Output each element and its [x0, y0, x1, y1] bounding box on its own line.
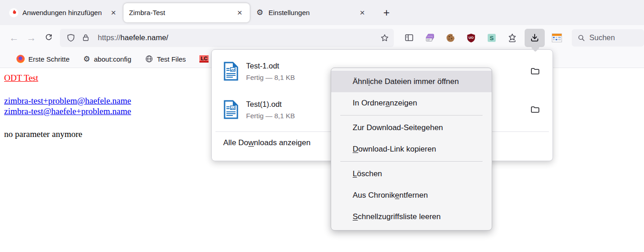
gear-icon: ⚙	[255, 8, 264, 17]
search-placeholder: Suchen	[590, 33, 615, 42]
new-tab-button[interactable]: +	[379, 5, 394, 21]
lock-icon[interactable]	[81, 33, 90, 42]
libreoffice-writer-icon	[223, 62, 239, 81]
bookmark-label: about:config	[94, 55, 131, 63]
menu-separator	[340, 115, 483, 116]
footer-text: nloads anzeigen	[254, 138, 311, 147]
download-filename: Test(1).odt	[246, 100, 295, 109]
menu-accesskey: e	[395, 191, 399, 200]
open-folder-icon[interactable]	[528, 102, 542, 117]
menu-item-copy-download-link[interactable]: Download-Link kopieren	[331, 138, 492, 160]
menu-item-go-to-download-page[interactable]: Zur Download-Seite gehen	[331, 117, 492, 138]
svg-text:S: S	[489, 34, 494, 41]
menu-item-show-in-folder[interactable]: In Ordner anzeigen	[331, 92, 492, 114]
ublock-origin-icon[interactable]: UO	[463, 30, 479, 46]
download-status: Fertig — 8,1 KB	[246, 74, 295, 81]
menu-text: ownload-Link kopieren	[358, 145, 436, 154]
navigation-toolbar: ← → https://haefele.name/	[0, 25, 644, 50]
tab-label: Einstellungen	[268, 9, 310, 16]
menu-text: nzeigen	[390, 99, 417, 108]
menu-accesskey: g	[421, 123, 425, 132]
search-input[interactable]: Suchen	[572, 29, 644, 47]
download-filename: Test-1.odt	[246, 62, 295, 70]
forward-button[interactable]: →	[23, 30, 40, 46]
menu-item-clear-quick-access-list[interactable]: Schnellzugriffsliste leeren	[331, 206, 492, 227]
tab-manager-extension-icon[interactable]	[422, 30, 438, 46]
menu-item-delete[interactable]: Löschen	[331, 163, 492, 184]
bookmark-label: Test Files	[157, 55, 186, 63]
svg-text:UO: UO	[468, 36, 473, 40]
close-tab-icon[interactable]: ×	[108, 7, 119, 18]
tab-anwendungen[interactable]: Anwendungen hinzufügen ×	[4, 3, 123, 22]
bookmark-star-icon[interactable]	[380, 33, 389, 42]
tab-bar: Anwendungen hinzufügen × Zimbra-Test × ⚙…	[0, 0, 644, 25]
shield-icon[interactable]	[66, 33, 75, 42]
bookmark-label: Erste Schritte	[28, 55, 70, 63]
close-tab-icon[interactable]: ×	[234, 7, 245, 18]
table-extension-icon[interactable]	[549, 30, 565, 46]
gear-icon: ⚙	[83, 55, 90, 63]
search-icon	[577, 34, 585, 42]
menu-text: Aus Chronik	[353, 191, 395, 200]
cookie-extension-icon[interactable]	[442, 30, 459, 46]
tab-zimbra-test[interactable]: Zimbra-Test ×	[123, 3, 250, 22]
menu-text: che Dateien immer öffnen	[370, 77, 459, 86]
sidebar-icon[interactable]	[401, 30, 418, 46]
back-button[interactable]: ←	[5, 30, 23, 46]
menu-item-always-open-similar[interactable]: Ähnliche Dateien immer öffnen	[331, 71, 492, 92]
open-folder-icon[interactable]	[528, 64, 542, 79]
menu-text: öschen	[357, 169, 382, 178]
menu-text: Zur Download-Seite	[353, 123, 421, 132]
bookmark-test-files[interactable]: Test Files	[145, 55, 186, 63]
url-host: haefele.name/	[120, 33, 168, 42]
flame-favicon-icon	[9, 8, 18, 17]
url-scheme: https://	[98, 33, 121, 42]
menu-text: Ähnl	[353, 77, 368, 86]
download-info: Test-1.odt Fertig — 8,1 KB	[246, 62, 295, 81]
footer-text: Alle Do	[223, 138, 248, 147]
download-info: Test(1).odt Fertig — 8,1 KB	[246, 100, 295, 120]
menu-accesskey: S	[353, 212, 358, 221]
footer-accesskey: w	[248, 138, 254, 147]
menu-accesskey: a	[386, 99, 390, 108]
globe-icon	[145, 55, 153, 63]
toolbar-icons: UO S	[401, 29, 565, 47]
menu-separator	[340, 161, 483, 162]
star-tray-icon[interactable]	[504, 30, 521, 46]
menu-text: In Ordner	[353, 99, 386, 108]
close-tab-icon[interactable]: ×	[357, 7, 368, 18]
menu-text: ehen	[426, 123, 443, 132]
menu-text: chnellzugriffsliste leeren	[358, 212, 440, 221]
url-bar[interactable]: https://haefele.name/	[60, 29, 394, 47]
url-text: https://haefele.name/	[98, 33, 168, 42]
tab-einstellungen[interactable]: ⚙ Einstellungen ×	[250, 3, 372, 22]
libreoffice-writer-icon	[223, 100, 239, 119]
stylus-extension-icon[interactable]: S	[483, 30, 500, 46]
menu-text: ntfernen	[399, 191, 428, 200]
bookmark-about-config[interactable]: ⚙ about:config	[83, 55, 131, 63]
lc-icon: LC	[199, 55, 209, 63]
menu-accesskey: L	[353, 169, 357, 178]
tab-label: Anwendungen hinzufügen	[22, 9, 102, 16]
odt-test-link[interactable]: ODT Test	[4, 73, 38, 83]
reload-button[interactable]	[40, 30, 57, 46]
download-status: Fertig — 8,1 KB	[246, 112, 295, 120]
tab-label: Zimbra-Test	[129, 9, 165, 16]
menu-accesskey: D	[353, 145, 358, 154]
menu-item-remove-from-history[interactable]: Aus Chronik entfernen	[331, 184, 492, 206]
download-context-menu: Ähnliche Dateien immer öffnen In Ordner …	[331, 68, 492, 231]
firefox-icon	[16, 55, 25, 63]
bookmark-erste-schritte[interactable]: Erste Schritte	[16, 55, 70, 63]
